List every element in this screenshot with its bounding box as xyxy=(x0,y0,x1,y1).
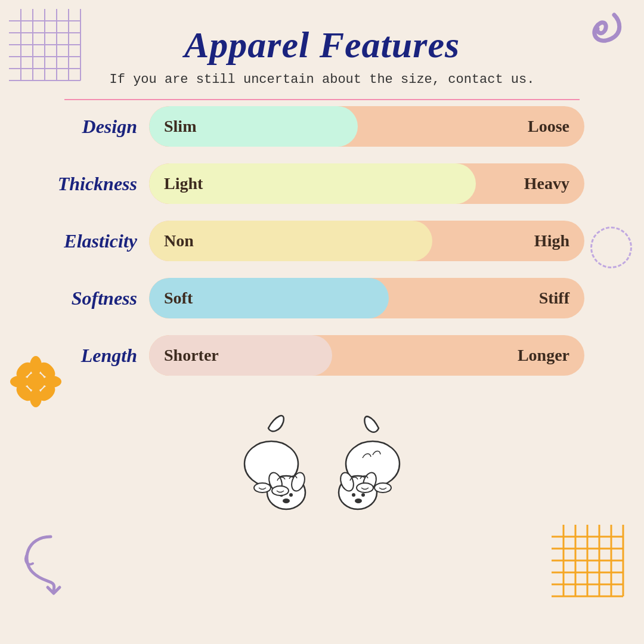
bar-fill-length: Shorter xyxy=(149,335,332,376)
bar-thickness: Light Heavy xyxy=(149,163,584,204)
bar-right-elasticity: High xyxy=(534,231,569,250)
svg-point-49 xyxy=(355,499,362,503)
page-subtitle: If you are still uncertain about the siz… xyxy=(0,72,644,87)
dogs-illustration xyxy=(209,404,435,512)
svg-point-21 xyxy=(27,373,45,391)
bar-left-thickness: Light xyxy=(164,174,203,193)
feature-label-elasticity: Elasticity xyxy=(48,230,149,252)
grid-decoration-tl xyxy=(9,9,92,92)
feature-label-thickness: Thickness xyxy=(48,173,149,195)
svg-point-50 xyxy=(357,483,373,493)
bar-left-length: Shorter xyxy=(164,346,219,365)
feature-row-elasticity: Elasticity Non High xyxy=(48,221,584,261)
feature-row-thickness: Thickness Light Heavy xyxy=(48,163,584,204)
svg-point-48 xyxy=(361,493,365,497)
bar-softness: Soft Stiff xyxy=(149,278,584,318)
right-dog xyxy=(338,416,400,509)
svg-point-39 xyxy=(289,493,293,497)
bar-fill-design: Slim xyxy=(149,106,358,147)
bar-fill-softness: Soft xyxy=(149,278,389,318)
bar-left-elasticity: Non xyxy=(164,231,194,250)
svg-point-51 xyxy=(374,483,391,493)
page-title: Apparel Features xyxy=(0,24,644,66)
dashed-circle-decoration xyxy=(590,227,632,268)
feature-label-design: Design xyxy=(48,116,149,138)
dogs-illustration-area xyxy=(0,392,644,512)
svg-point-40 xyxy=(283,499,290,503)
svg-point-41 xyxy=(254,483,271,493)
page: Apparel Features If you are still uncert… xyxy=(0,0,644,644)
bar-right-softness: Stiff xyxy=(539,289,569,308)
flower-decoration xyxy=(9,355,63,408)
svg-point-47 xyxy=(352,493,355,497)
header-divider xyxy=(64,99,580,100)
left-dog xyxy=(244,416,307,509)
header: Apparel Features If you are still uncert… xyxy=(0,0,644,87)
bar-length: Shorter Longer xyxy=(149,335,584,376)
feature-row-design: Design Slim Loose xyxy=(48,106,584,147)
bar-design: Slim Loose xyxy=(149,106,584,147)
grid-decoration-br xyxy=(552,525,635,608)
svg-point-42 xyxy=(272,486,289,496)
feature-label-length: Length xyxy=(48,345,149,367)
bar-left-softness: Soft xyxy=(164,289,193,308)
bar-right-design: Loose xyxy=(528,117,569,136)
curl-arrow-decoration-bl xyxy=(15,531,69,596)
bar-fill-elasticity: Non xyxy=(149,221,432,261)
feature-label-softness: Softness xyxy=(48,287,149,309)
feature-row-length: Length Shorter Longer xyxy=(48,335,584,376)
bar-elasticity: Non High xyxy=(149,221,584,261)
bar-right-thickness: Heavy xyxy=(524,174,569,193)
features-container: Design Slim Loose Thickness Light Heavy … xyxy=(0,106,644,376)
feature-row-softness: Softness Soft Stiff xyxy=(48,278,584,318)
bar-left-design: Slim xyxy=(164,117,196,136)
bar-fill-thickness: Light xyxy=(149,163,476,204)
curl-decoration-tr xyxy=(566,9,626,69)
bar-right-length: Longer xyxy=(518,346,569,365)
